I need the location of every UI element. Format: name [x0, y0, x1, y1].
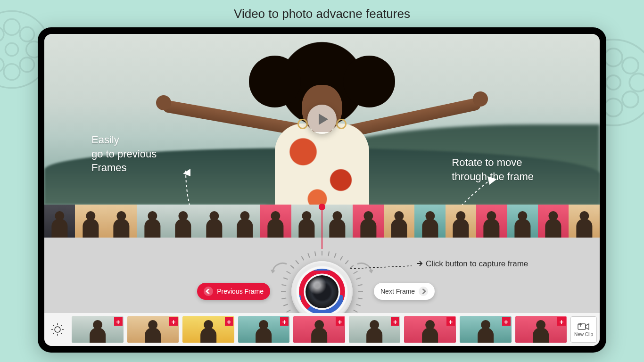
new-clip-label: New Clip — [574, 332, 593, 337]
chevron-right-icon — [419, 287, 428, 296]
svg-line-25 — [53, 325, 54, 326]
timeline-thumb[interactable] — [446, 205, 476, 238]
add-icon: + — [391, 317, 399, 326]
captured-frame-thumb[interactable]: + — [404, 316, 456, 343]
svg-point-19 — [622, 91, 638, 107]
timeline-thumb[interactable] — [291, 205, 322, 238]
camera-lens-icon — [305, 275, 339, 308]
timeline-thumb[interactable] — [106, 205, 137, 238]
timeline-thumb[interactable] — [414, 205, 445, 238]
captured-frame-thumb[interactable]: + — [293, 316, 345, 343]
captured-frame-thumb[interactable]: + — [127, 316, 179, 343]
callout-previous-frames: Easily go to previous Frames — [91, 133, 157, 175]
app-screen: Easily go to previous Frames Rotate to m… — [44, 34, 600, 346]
timeline-thumb[interactable] — [322, 205, 353, 238]
add-icon: + — [557, 317, 566, 326]
svg-point-1 — [5, 43, 18, 56]
svg-point-11 — [606, 75, 620, 90]
timeline-thumb[interactable] — [44, 205, 75, 238]
rotate-ccw-icon — [269, 259, 290, 281]
timeline-thumb[interactable] — [168, 205, 198, 238]
captured-frames-tray: +++++++++ New Clip — [44, 313, 600, 346]
svg-point-2 — [4, 19, 20, 35]
captured-frame-thumb[interactable]: + — [515, 316, 567, 343]
svg-point-8 — [0, 58, 4, 72]
timeline-thumb[interactable] — [137, 205, 167, 238]
add-icon: + — [502, 317, 511, 326]
captured-frame-thumb[interactable]: + — [182, 316, 234, 343]
svg-point-15 — [629, 74, 644, 91]
svg-line-28 — [53, 333, 54, 334]
captured-frame-thumb[interactable]: + — [72, 316, 124, 343]
svg-point-17 — [622, 58, 638, 74]
add-icon: + — [114, 317, 123, 326]
sun-icon — [51, 323, 64, 336]
captured-frame-thumb[interactable]: + — [349, 316, 401, 343]
arrow-right-icon — [416, 260, 423, 269]
callout-rotate: Rotate to move through the frame — [452, 156, 534, 183]
svg-line-26 — [61, 333, 62, 334]
timeline-thumb[interactable] — [476, 205, 507, 238]
add-icon: + — [225, 317, 233, 326]
svg-line-27 — [61, 325, 62, 326]
add-icon: + — [446, 317, 455, 326]
timeline-thumb[interactable] — [384, 205, 414, 238]
timeline-thumb[interactable] — [230, 205, 260, 238]
timeline-thumb[interactable] — [569, 205, 599, 238]
add-icon: + — [280, 317, 289, 326]
play-button[interactable] — [307, 105, 337, 134]
add-icon: + — [336, 317, 344, 326]
next-frame-label: Next Frame — [380, 288, 415, 295]
video-preview[interactable]: Easily go to previous Frames Rotate to m… — [44, 34, 600, 205]
timeline-thumb[interactable] — [507, 205, 538, 238]
svg-point-3 — [4, 64, 20, 80]
captured-frame-thumb[interactable]: + — [238, 316, 290, 343]
svg-point-6 — [0, 27, 4, 41]
svg-point-9 — [20, 58, 34, 72]
timeline-thumb[interactable] — [538, 205, 569, 238]
timeline-thumb[interactable] — [260, 205, 291, 238]
next-frame-button[interactable]: Next Frame — [374, 283, 435, 300]
timeline-thumb[interactable] — [75, 205, 106, 238]
timeline-thumb[interactable] — [198, 205, 229, 238]
brightness-button[interactable] — [47, 316, 68, 343]
playhead-indicator — [322, 205, 322, 249]
callout-capture: Click button to capture frame — [416, 259, 528, 269]
svg-point-12 — [604, 49, 622, 66]
previous-frame-button[interactable]: Previous Frame — [197, 283, 270, 300]
add-icon: + — [169, 317, 178, 326]
chevron-left-icon — [204, 287, 213, 296]
timeline-thumb[interactable] — [353, 205, 383, 238]
rotate-cw-icon — [354, 259, 375, 281]
tablet-frame: Easily go to previous Frames Rotate to m… — [38, 27, 606, 353]
new-clip-button[interactable]: New Clip — [570, 316, 597, 343]
play-icon — [318, 113, 329, 126]
previous-frame-label: Previous Frame — [217, 288, 264, 295]
svg-point-13 — [604, 99, 622, 116]
svg-point-7 — [20, 27, 34, 41]
captured-frame-thumb[interactable]: + — [460, 316, 512, 343]
add-video-icon — [578, 322, 590, 331]
control-panel: Previous Frame Next Frame Click button t… — [44, 238, 600, 313]
page-title: Video to photo advacne features — [0, 7, 644, 21]
svg-point-20 — [55, 327, 60, 332]
